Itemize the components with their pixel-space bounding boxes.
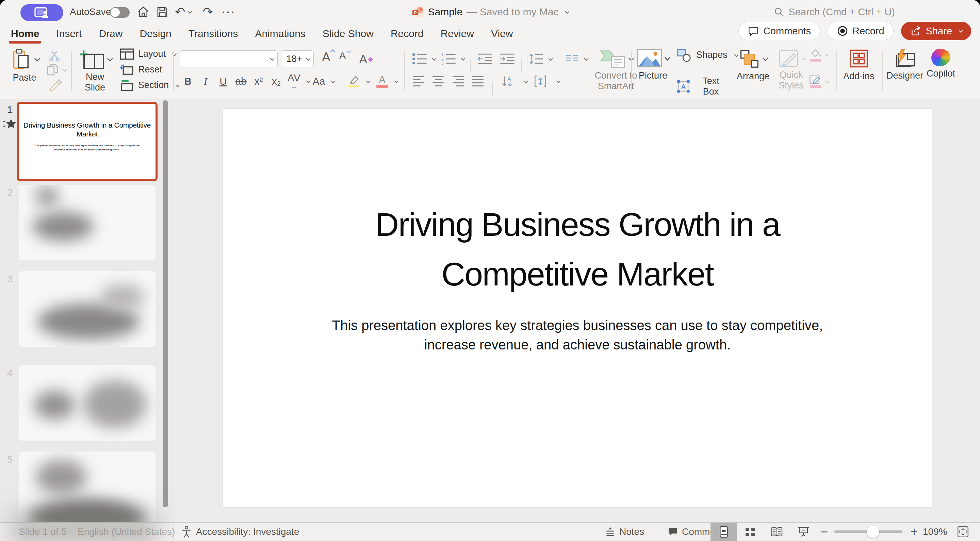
slide-title[interactable]: Driving Business Growth in a Competitive… bbox=[329, 200, 826, 299]
shrink-font-button[interactable]: A bbox=[336, 50, 353, 68]
columns-button[interactable] bbox=[565, 53, 579, 65]
clear-formatting-button[interactable]: A◆ bbox=[358, 50, 374, 68]
reset-button[interactable]: Reset bbox=[120, 64, 162, 76]
shape-fill-button[interactable] bbox=[809, 48, 828, 62]
slide-thumbnail-3[interactable] bbox=[19, 271, 156, 347]
fit-to-window-button[interactable] bbox=[957, 523, 969, 541]
shape-outline-button[interactable] bbox=[809, 75, 828, 88]
cut-button[interactable] bbox=[48, 49, 61, 62]
designer-button[interactable]: Designer bbox=[886, 49, 923, 81]
strikethrough-button[interactable]: ab bbox=[233, 72, 249, 90]
font-color-button[interactable]: A bbox=[374, 72, 390, 90]
caret-down-icon bbox=[347, 49, 351, 53]
chevron-down-icon[interactable] bbox=[461, 56, 466, 60]
grow-font-button[interactable]: A bbox=[320, 50, 336, 68]
character-spacing-button[interactable]: AV↔ bbox=[286, 72, 302, 90]
chevron-down-icon[interactable] bbox=[549, 56, 553, 60]
copilot-button[interactable]: Copilot bbox=[927, 49, 955, 79]
section-button[interactable]: Section bbox=[120, 79, 179, 92]
zoom-percentage[interactable]: 109% bbox=[923, 523, 947, 541]
line-spacing-button[interactable] bbox=[528, 53, 544, 65]
new-slide-button[interactable]: New Slide bbox=[78, 49, 111, 93]
zoom-slider-track[interactable] bbox=[834, 530, 902, 533]
tab-insert[interactable]: Insert bbox=[56, 27, 82, 41]
chevron-down-icon bbox=[34, 56, 40, 62]
quick-styles-button[interactable]: Quick Styles bbox=[774, 49, 808, 91]
numbering-button[interactable]: 123 bbox=[441, 53, 456, 65]
slide-subtitle[interactable]: This presentation explores key strategie… bbox=[312, 316, 843, 355]
font-size-combobox[interactable]: 18+ bbox=[282, 50, 314, 67]
zoom-in-button[interactable]: + bbox=[911, 523, 918, 541]
slide-show-button[interactable] bbox=[790, 523, 817, 541]
font-name-combobox[interactable] bbox=[180, 50, 278, 67]
font-color-swatch bbox=[376, 85, 388, 88]
tab-record[interactable]: Record bbox=[390, 27, 424, 41]
share-button[interactable]: Share bbox=[901, 22, 971, 40]
increase-indent-button[interactable] bbox=[500, 53, 515, 65]
chevron-down-icon[interactable] bbox=[331, 79, 336, 83]
align-text-button[interactable] bbox=[533, 75, 547, 88]
zoom-slider[interactable] bbox=[834, 523, 902, 541]
chevron-down-icon[interactable] bbox=[306, 79, 311, 83]
accessibility-status[interactable]: Accessibility: Investigate bbox=[181, 523, 299, 541]
italic-button[interactable]: I bbox=[197, 72, 214, 90]
record-button[interactable]: Record bbox=[827, 22, 894, 40]
align-right-button[interactable] bbox=[451, 75, 465, 88]
bold-button[interactable]: B bbox=[180, 72, 196, 90]
chevron-down-icon[interactable] bbox=[565, 9, 570, 14]
add-ins-button[interactable]: Add-ins bbox=[843, 49, 875, 82]
tab-slide-show[interactable]: Slide Show bbox=[322, 27, 374, 41]
tab-view[interactable]: View bbox=[490, 27, 514, 41]
tab-review[interactable]: Review bbox=[440, 27, 475, 41]
slide-canvas[interactable]: Driving Business Growth in a Competitive… bbox=[223, 108, 932, 507]
tab-transitions[interactable]: Transitions bbox=[188, 27, 239, 41]
shapes-button[interactable]: Shapes bbox=[676, 48, 737, 62]
subscript-button[interactable]: x₂ bbox=[268, 72, 285, 90]
arrange-button[interactable]: Arrange bbox=[737, 49, 769, 82]
underline-button[interactable]: U bbox=[215, 72, 231, 90]
text-box-button[interactable]: A Text Box bbox=[676, 76, 727, 97]
chevron-down-icon[interactable] bbox=[556, 79, 561, 83]
copy-button[interactable] bbox=[46, 63, 66, 76]
language-indicator[interactable]: English (United States) bbox=[78, 523, 175, 541]
justify-button[interactable] bbox=[471, 75, 485, 88]
slide-thumbnail-4[interactable] bbox=[19, 365, 156, 441]
highlight-color-button[interactable] bbox=[346, 72, 362, 90]
layout-button[interactable]: Layout bbox=[120, 48, 176, 60]
zoom-slider-thumb[interactable] bbox=[867, 526, 879, 538]
normal-view-button[interactable] bbox=[711, 523, 737, 541]
chevron-down-icon[interactable] bbox=[395, 79, 399, 83]
bullets-button[interactable] bbox=[412, 53, 427, 65]
svg-text:P: P bbox=[414, 10, 417, 15]
transition-star-icon[interactable] bbox=[2, 118, 17, 130]
panel-scrollbar[interactable] bbox=[163, 100, 168, 507]
align-left-button[interactable] bbox=[412, 75, 425, 88]
text-direction-button[interactable]: A bbox=[500, 75, 515, 88]
slide-thumbnail-1[interactable]: Driving Business Growth in a Competitive… bbox=[17, 102, 158, 181]
comments-button[interactable]: Comments bbox=[738, 22, 820, 40]
search-field[interactable]: Search (Cmd + Ctrl + U) bbox=[773, 0, 895, 24]
notes-toggle[interactable]: Notes bbox=[605, 523, 644, 541]
tab-design[interactable]: Design bbox=[139, 27, 172, 41]
decrease-indent-button[interactable] bbox=[477, 53, 493, 65]
change-case-button[interactable]: Aa bbox=[311, 72, 327, 90]
svg-text:A: A bbox=[681, 83, 686, 91]
picture-button[interactable]: Picture bbox=[637, 49, 669, 81]
chevron-down-icon[interactable] bbox=[366, 79, 371, 83]
chevron-down-icon[interactable] bbox=[524, 79, 528, 83]
zoom-out-button[interactable]: − bbox=[821, 523, 828, 541]
slide-sorter-view-button[interactable] bbox=[737, 523, 764, 541]
tab-animations[interactable]: Animations bbox=[254, 27, 306, 41]
slide-thumbnail-5[interactable] bbox=[19, 452, 156, 523]
reading-view-button[interactable] bbox=[764, 523, 790, 541]
slide-thumbnail-2[interactable] bbox=[19, 185, 156, 260]
chevron-down-icon[interactable] bbox=[432, 56, 437, 60]
notes-icon bbox=[605, 527, 615, 537]
paste-button[interactable]: Paste bbox=[10, 49, 39, 83]
tab-draw[interactable]: Draw bbox=[98, 27, 123, 41]
format-painter-button[interactable] bbox=[48, 79, 62, 92]
superscript-button[interactable]: x² bbox=[250, 72, 267, 90]
align-center-button[interactable] bbox=[431, 75, 445, 88]
tab-home[interactable]: Home bbox=[10, 27, 40, 41]
slide-position-indicator: Slide 1 of 5 bbox=[19, 523, 66, 541]
